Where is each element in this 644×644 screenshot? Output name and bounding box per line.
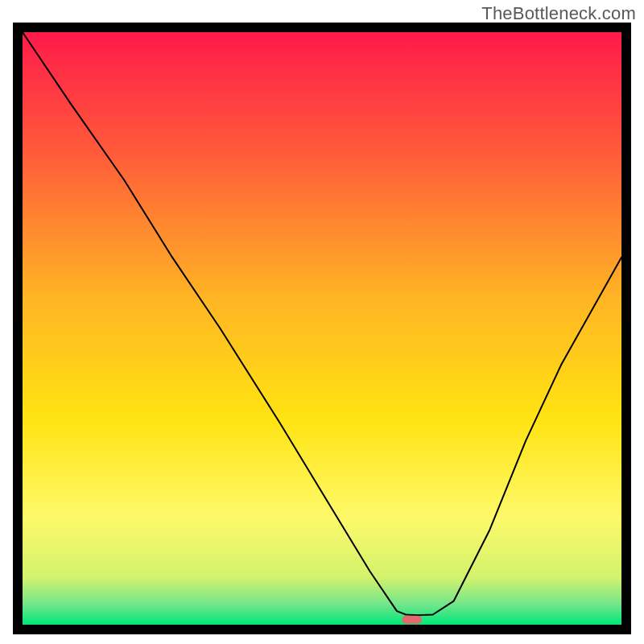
gradient-background [23,32,621,625]
bottleneck-chart [0,0,644,644]
optimal-point-marker [402,616,422,624]
chart-container: TheBottleneck.com [0,0,644,644]
watermark-text: TheBottleneck.com [481,3,636,24]
